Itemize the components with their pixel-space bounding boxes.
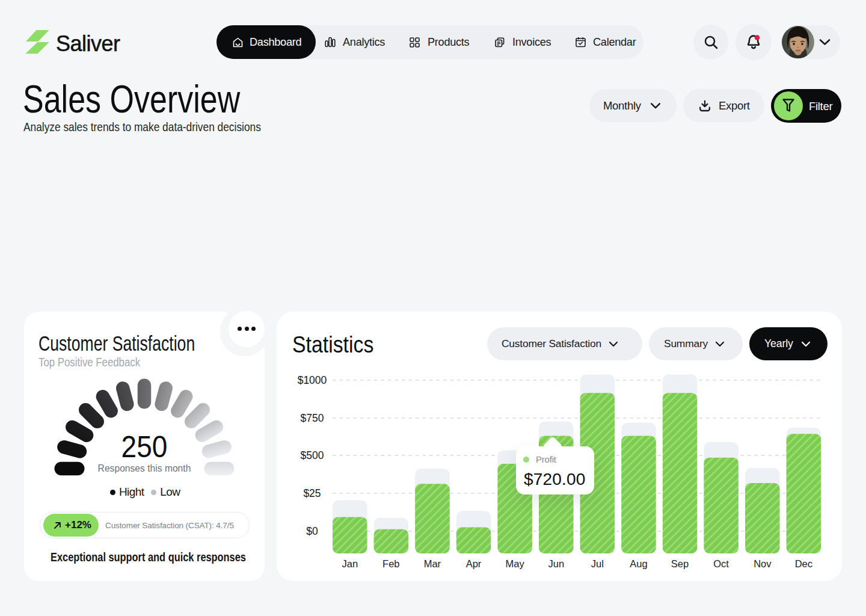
- svg-text:Aug: Aug: [630, 558, 647, 569]
- svg-text:Jan: Jan: [342, 558, 358, 569]
- svg-text:$1000: $1000: [298, 374, 327, 386]
- svg-text:Feb: Feb: [382, 558, 399, 569]
- svg-text:Dec: Dec: [795, 558, 812, 569]
- svg-text:$0: $0: [306, 525, 318, 537]
- svg-text:Jul: Jul: [591, 558, 604, 569]
- svg-text:May: May: [506, 558, 525, 569]
- svg-text:$750: $750: [301, 412, 324, 424]
- svg-text:Nov: Nov: [754, 558, 772, 569]
- svg-text:Sep: Sep: [671, 558, 689, 569]
- svg-text:Oct: Oct: [713, 558, 729, 569]
- svg-text:Mar: Mar: [424, 558, 441, 569]
- svg-text:$500: $500: [301, 449, 324, 461]
- svg-text:Jun: Jun: [548, 558, 564, 569]
- svg-text:Apr: Apr: [466, 558, 482, 569]
- svg-text:$25: $25: [303, 487, 321, 499]
